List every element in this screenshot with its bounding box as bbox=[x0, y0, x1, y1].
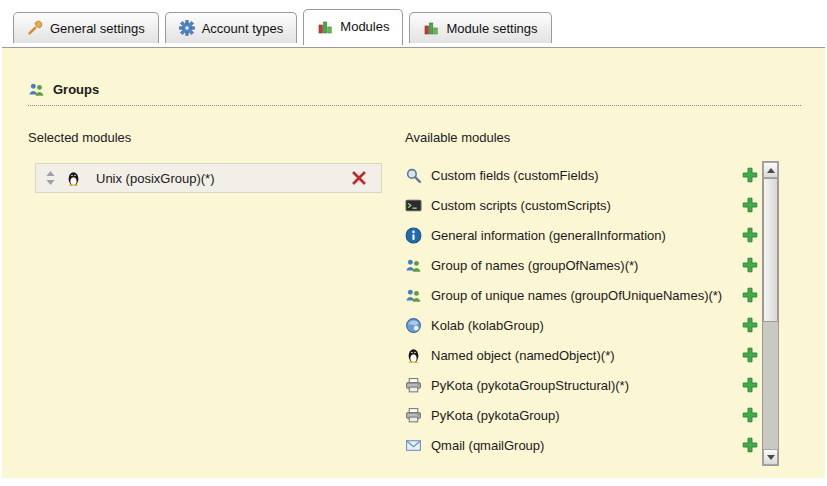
tab-label: Modules bbox=[340, 19, 389, 34]
add-module-button[interactable] bbox=[742, 197, 758, 213]
selected-module-row: Unix (posixGroup)(*) bbox=[35, 163, 382, 193]
available-modules-list: Custom fields (customFields) Custom scri… bbox=[405, 160, 761, 460]
modules-blocks-icon bbox=[423, 20, 439, 36]
lam-config-page: General settings Account types Modules M… bbox=[0, 0, 827, 486]
add-module-button[interactable] bbox=[742, 437, 758, 453]
available-modules-heading: Available modules bbox=[405, 130, 510, 145]
tab-account-types[interactable]: Account types bbox=[165, 12, 298, 43]
module-label: Group of unique names (groupOfUniqueName… bbox=[431, 288, 742, 303]
kolab-icon bbox=[405, 317, 422, 334]
scrollbar[interactable] bbox=[762, 161, 779, 466]
section-header: Groups bbox=[28, 81, 99, 98]
module-label: Qmail (qmailGroup) bbox=[431, 438, 742, 453]
module-label: Custom scripts (customScripts) bbox=[431, 198, 742, 213]
config-tabs: General settings Account types Modules M… bbox=[13, 9, 552, 43]
triangle-down-icon bbox=[767, 455, 775, 460]
module-label: Unix (posixGroup)(*) bbox=[96, 171, 351, 186]
add-module-button[interactable] bbox=[742, 227, 758, 243]
module-label: PyKota (pykotaGroup) bbox=[431, 408, 742, 423]
available-module-row: Group of names (groupOfNames)(*) bbox=[405, 250, 761, 280]
add-module-button[interactable] bbox=[742, 317, 758, 333]
add-module-button[interactable] bbox=[742, 257, 758, 273]
modules-tab-panel: Groups Selected modules Available module… bbox=[2, 47, 825, 478]
tab-label: General settings bbox=[50, 21, 145, 36]
add-module-button[interactable] bbox=[742, 287, 758, 303]
scroll-up-button[interactable] bbox=[763, 162, 778, 178]
scroll-down-button[interactable] bbox=[763, 449, 778, 465]
tux-penguin-icon bbox=[65, 170, 82, 187]
add-module-button[interactable] bbox=[742, 407, 758, 423]
available-module-row: Named object (namedObject)(*) bbox=[405, 340, 761, 370]
module-label: Custom fields (customFields) bbox=[431, 168, 742, 183]
section-title: Groups bbox=[53, 82, 99, 97]
add-module-button[interactable] bbox=[742, 167, 758, 183]
info-icon bbox=[405, 227, 422, 244]
tab-general-settings[interactable]: General settings bbox=[13, 12, 159, 43]
available-module-row: Group of unique names (groupOfUniqueName… bbox=[405, 280, 761, 310]
available-module-row: Qmail (qmailGroup) bbox=[405, 430, 761, 460]
group-people-icon bbox=[405, 257, 422, 274]
module-label: PyKota (pykotaGroupStructural)(*) bbox=[431, 378, 742, 393]
add-module-button[interactable] bbox=[742, 347, 758, 363]
module-label: Group of names (groupOfNames)(*) bbox=[431, 258, 742, 273]
magnifier-icon bbox=[405, 167, 422, 184]
wrench-icon bbox=[27, 20, 43, 36]
module-label: Named object (namedObject)(*) bbox=[431, 348, 742, 363]
available-module-row: PyKota (pykotaGroup) bbox=[405, 400, 761, 430]
tux-penguin-icon bbox=[405, 347, 422, 364]
printer-icon bbox=[405, 377, 422, 394]
scrollbar-thumb[interactable] bbox=[763, 178, 778, 322]
module-label: Kolab (kolabGroup) bbox=[431, 318, 742, 333]
available-module-row: General information (generalInformation) bbox=[405, 220, 761, 250]
modules-blocks-icon bbox=[317, 19, 333, 35]
tab-module-settings[interactable]: Module settings bbox=[409, 12, 551, 43]
mail-envelope-icon bbox=[405, 437, 422, 454]
group-people-icon bbox=[28, 81, 45, 98]
script-terminal-icon bbox=[405, 197, 422, 214]
group-people-icon bbox=[405, 287, 422, 304]
gear-icon bbox=[179, 20, 195, 36]
printer-icon bbox=[405, 407, 422, 424]
available-module-row: PyKota (pykotaGroupStructural)(*) bbox=[405, 370, 761, 400]
tab-label: Account types bbox=[202, 21, 284, 36]
available-module-row: Kolab (kolabGroup) bbox=[405, 310, 761, 340]
tab-modules[interactable]: Modules bbox=[303, 9, 403, 45]
available-module-row: Custom fields (customFields) bbox=[405, 160, 761, 190]
selected-modules-heading: Selected modules bbox=[28, 130, 131, 145]
scrollbar-track[interactable] bbox=[763, 178, 778, 449]
module-label: General information (generalInformation) bbox=[431, 228, 742, 243]
remove-module-button[interactable] bbox=[351, 170, 367, 186]
tab-label: Module settings bbox=[446, 21, 537, 36]
divider bbox=[28, 105, 801, 106]
selected-modules-list: Unix (posixGroup)(*) bbox=[35, 163, 382, 193]
drag-updown-icon[interactable] bbox=[45, 171, 56, 185]
add-module-button[interactable] bbox=[742, 377, 758, 393]
available-module-row: Custom scripts (customScripts) bbox=[405, 190, 761, 220]
triangle-up-icon bbox=[767, 168, 775, 173]
